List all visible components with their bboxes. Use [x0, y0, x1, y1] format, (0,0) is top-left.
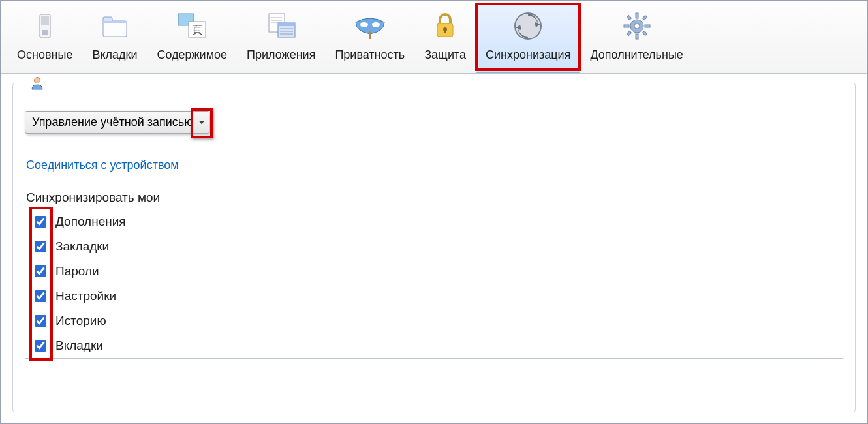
svg-rect-23 [444, 29, 446, 33]
svg-rect-5 [103, 21, 127, 23]
checkbox-history[interactable] [35, 315, 46, 327]
checkbox-addons[interactable] [35, 216, 46, 228]
list-item: Историю [25, 309, 843, 333]
content-icon: 頁 [174, 8, 210, 44]
svg-point-19 [372, 22, 380, 27]
checkbox-bookmarks[interactable] [35, 241, 46, 252]
tab-label: Основные [17, 48, 72, 62]
pair-device-link[interactable]: Соединиться с устройством [26, 159, 179, 172]
tab-privacy[interactable]: Приватность [325, 3, 414, 73]
checkbox-label[interactable]: Дополнения [55, 215, 126, 229]
svg-rect-31 [627, 15, 631, 20]
gear-icon [619, 8, 655, 44]
applications-icon [263, 8, 300, 44]
user-icon [27, 76, 47, 90]
tab-label: Дополнительные [590, 48, 683, 62]
svg-rect-34 [627, 31, 631, 35]
svg-rect-20 [369, 31, 371, 39]
svg-rect-28 [636, 34, 638, 39]
list-item: Вкладки [25, 333, 843, 358]
checkbox-label[interactable]: Вкладки [55, 339, 103, 353]
tab-applications[interactable]: Приложения [237, 3, 325, 73]
svg-rect-1 [41, 16, 49, 25]
tab-label: Синхронизация [486, 48, 570, 62]
dropdown-caret-highlight [191, 108, 213, 138]
svg-rect-27 [636, 13, 638, 18]
tab-label: Вкладки [92, 48, 137, 62]
sync-items-panel: Дополнения Закладки Пароли Настройки Ист… [25, 209, 843, 359]
list-item: Дополнения [25, 209, 843, 234]
svg-point-26 [634, 23, 640, 29]
tab-label: Содержимое [157, 48, 227, 62]
svg-text:頁: 頁 [192, 24, 202, 35]
svg-point-35 [35, 78, 40, 83]
list-item: Настройки [25, 284, 843, 309]
tab-advanced[interactable]: Дополнительные [580, 3, 693, 73]
svg-rect-33 [642, 15, 647, 20]
checkbox-label[interactable]: Историю [55, 314, 106, 328]
tabs-icon [97, 8, 133, 44]
tab-label: Приватность [335, 48, 405, 62]
tab-tabs[interactable]: Вкладки [82, 3, 147, 73]
privacy-mask-icon [352, 8, 388, 44]
list-item: Пароли [25, 259, 843, 284]
svg-point-18 [360, 22, 368, 27]
manage-account-dropdown[interactable]: Управление учётной записью [25, 111, 209, 134]
tab-content[interactable]: 頁 Содержимое [147, 3, 237, 73]
svg-rect-30 [645, 25, 650, 27]
svg-rect-2 [42, 30, 48, 35]
svg-rect-14 [278, 23, 295, 26]
sync-my-heading: Синхронизировать мои [26, 190, 843, 205]
checkbox-prefs[interactable] [35, 290, 46, 302]
lock-icon [427, 8, 463, 44]
general-icon [27, 8, 63, 44]
tab-security[interactable]: Защита [414, 3, 476, 73]
checkbox-label[interactable]: Закладки [55, 239, 109, 254]
checkbox-label[interactable]: Настройки [55, 289, 116, 303]
checkbox-synctabs[interactable] [35, 340, 46, 352]
tab-general[interactable]: Основные [7, 3, 82, 73]
tab-sync[interactable]: Синхронизация [476, 3, 580, 73]
sync-icon [510, 8, 546, 44]
tab-label: Приложения [247, 48, 315, 62]
svg-rect-32 [642, 31, 647, 35]
checkbox-label[interactable]: Пароли [55, 264, 99, 279]
preferences-toolbar: Основные Вкладки 頁 Содержимое [1, 1, 867, 74]
list-item: Закладки [25, 234, 843, 259]
sync-panel: Управление учётной записью Соединиться с… [1, 74, 867, 421]
checkbox-passwords[interactable] [35, 265, 46, 277]
tab-label: Защита [424, 48, 466, 62]
svg-rect-29 [624, 25, 629, 27]
account-groupbox: Управление учётной записью Соединиться с… [12, 83, 856, 412]
dropdown-label: Управление учётной записью [32, 115, 193, 129]
